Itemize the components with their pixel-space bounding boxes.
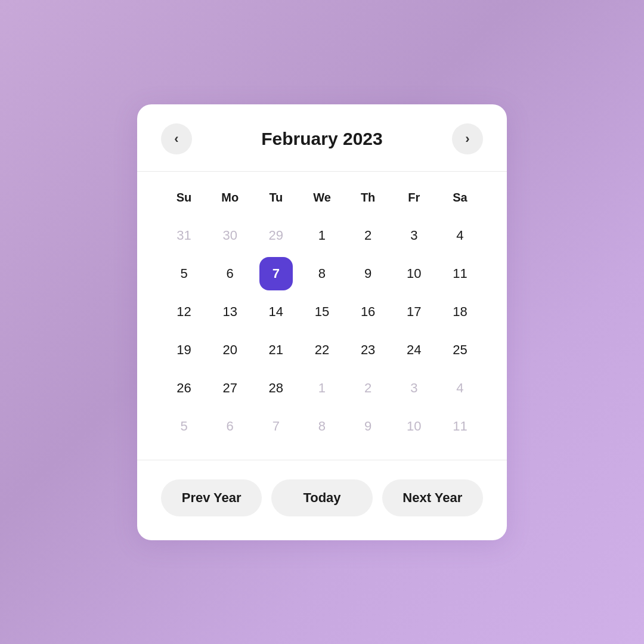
calendar-day[interactable]: 8 <box>305 257 339 290</box>
calendar-day[interactable]: 3 <box>397 219 431 252</box>
calendar-day[interactable]: 18 <box>443 295 476 329</box>
next-month-button[interactable]: › <box>452 123 483 154</box>
calendar-day[interactable]: 7 <box>259 257 293 290</box>
day-of-week-label: Tu <box>253 186 299 209</box>
day-of-week-label: Fr <box>391 186 437 209</box>
calendar-day: 4 <box>443 371 476 405</box>
calendar-card: ‹ February 2023 › SuMoTuWeThFrSa 3130291… <box>137 104 507 540</box>
calendar-day: 30 <box>213 219 247 252</box>
calendar-day[interactable]: 5 <box>168 257 201 290</box>
day-of-week-label: We <box>299 186 345 209</box>
calendar-day[interactable]: 17 <box>397 295 431 329</box>
calendar-day[interactable]: 28 <box>259 371 293 405</box>
calendar-day: 7 <box>259 410 293 443</box>
calendar-day: 10 <box>397 410 431 443</box>
calendar-header: ‹ February 2023 › <box>161 123 483 154</box>
calendar-day: 11 <box>443 410 476 443</box>
calendar-day: 8 <box>305 410 339 443</box>
calendar-day: 5 <box>168 410 201 443</box>
calendar-day[interactable]: 2 <box>351 219 385 252</box>
calendar-day[interactable]: 12 <box>168 295 201 329</box>
calendar-day[interactable]: 13 <box>213 295 247 329</box>
calendar-day[interactable]: 4 <box>443 219 476 252</box>
day-of-week-label: Mo <box>207 186 253 209</box>
calendar-day[interactable]: 24 <box>397 333 431 367</box>
today-button[interactable]: Today <box>271 479 372 516</box>
calendar-day[interactable]: 10 <box>397 257 431 290</box>
calendar-day[interactable]: 19 <box>168 333 201 367</box>
calendar-rows: 3130291234567891011121314151617181920212… <box>161 216 483 445</box>
calendar-day: 2 <box>351 371 385 405</box>
calendar-day: 9 <box>351 410 385 443</box>
calendar-day: 31 <box>168 219 201 252</box>
calendar-day: 6 <box>213 410 247 443</box>
calendar-day[interactable]: 22 <box>305 333 339 367</box>
calendar-day: 29 <box>259 219 293 252</box>
calendar-day[interactable]: 1 <box>305 219 339 252</box>
day-of-week-label: Th <box>345 186 391 209</box>
calendar-day[interactable]: 15 <box>305 295 339 329</box>
next-year-button[interactable]: Next Year <box>382 479 483 516</box>
calendar-day[interactable]: 27 <box>213 371 247 405</box>
calendar-day[interactable]: 16 <box>351 295 385 329</box>
prev-month-button[interactable]: ‹ <box>161 123 192 154</box>
calendar-day[interactable]: 25 <box>443 333 476 367</box>
calendar-day: 3 <box>397 371 431 405</box>
calendar-day[interactable]: 11 <box>443 257 476 290</box>
day-of-week-label: Sa <box>437 186 483 209</box>
month-title: February 2023 <box>261 129 382 149</box>
calendar-day[interactable]: 20 <box>213 333 247 367</box>
calendar-grid: SuMoTuWeThFrSa 3130291234567891011121314… <box>161 186 483 445</box>
calendar-day[interactable]: 23 <box>351 333 385 367</box>
day-headers: SuMoTuWeThFrSa <box>161 186 483 209</box>
calendar-day[interactable]: 21 <box>259 333 293 367</box>
calendar-day: 1 <box>305 371 339 405</box>
calendar-day[interactable]: 6 <box>213 257 247 290</box>
footer-buttons: Prev Year Today Next Year <box>161 479 483 516</box>
calendar-day[interactable]: 9 <box>351 257 385 290</box>
prev-year-button[interactable]: Prev Year <box>161 479 262 516</box>
calendar-day[interactable]: 26 <box>168 371 201 405</box>
header-divider <box>137 171 507 172</box>
calendar-day[interactable]: 14 <box>259 295 293 329</box>
day-of-week-label: Su <box>161 186 207 209</box>
footer-divider <box>137 460 507 460</box>
